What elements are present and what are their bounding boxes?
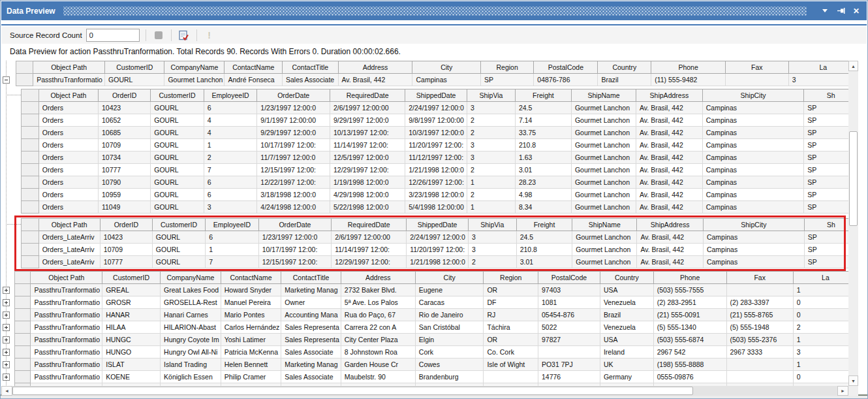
column-header[interactable]: Object Path <box>39 89 98 102</box>
cell[interactable]: 10/17/1997 12:00: <box>257 139 330 152</box>
cell[interactable]: 2967 3333 <box>726 346 793 359</box>
cell[interactable]: Brazil <box>598 74 651 86</box>
row-header-cell[interactable] <box>15 321 31 334</box>
cell[interactable]: Campinas <box>702 152 804 164</box>
cell[interactable]: Orders <box>39 102 98 114</box>
cell[interactable]: PO31 7PJ <box>538 359 600 371</box>
cell[interactable]: 2/24/1997 12:00:0 <box>405 102 467 114</box>
column-header[interactable]: ShipAddress <box>637 219 703 231</box>
cell[interactable]: USA <box>600 284 653 296</box>
column-header[interactable]: City <box>412 61 480 74</box>
cell[interactable]: 7 <box>204 164 257 176</box>
column-header[interactable]: Region <box>484 272 538 284</box>
row-header-cell[interactable] <box>22 201 39 214</box>
cell[interactable]: 12/22/1997 12:00: <box>257 176 330 189</box>
column-header[interactable]: Country <box>600 272 653 284</box>
cell[interactable]: GOURL <box>151 102 204 114</box>
cell[interactable]: 12/29/1997 12:00: <box>332 256 407 268</box>
cell[interactable]: Orders <box>39 114 98 127</box>
cell[interactable]: 3.01 <box>516 256 572 268</box>
cell[interactable]: 7 <box>206 256 258 268</box>
column-header[interactable]: Object Path <box>33 61 105 74</box>
column-header[interactable]: CustomerID <box>105 61 164 74</box>
cell[interactable]: 10709 <box>100 244 152 256</box>
table-row[interactable]: Orders11049GOURL34/24/1998 12:00:05/22/1… <box>22 201 858 214</box>
cell[interactable]: Gourmet Lanchon <box>572 231 637 244</box>
cell[interactable]: GOURL <box>151 164 204 176</box>
row-header-cell[interactable] <box>22 152 39 164</box>
cell[interactable]: Gourmet Lanchon <box>572 256 637 268</box>
cell[interactable]: Av. Brasil, 442 <box>637 256 703 268</box>
cell[interactable]: Gourmet Lanchon <box>572 244 637 256</box>
column-header[interactable]: Country <box>598 61 651 74</box>
cell[interactable]: Gourmet Lanchon <box>571 201 636 214</box>
cell[interactable]: 05454-876 <box>538 309 600 321</box>
table-row[interactable]: Orders10652GOURL49/1/1997 12:00:009/29/1… <box>22 114 858 127</box>
cell[interactable]: 1/21/1998 12:00:0 <box>407 256 469 268</box>
cell[interactable]: 2/24/1997 12:00:0 <box>407 231 469 244</box>
cell[interactable]: Marketing Manag <box>281 359 341 371</box>
cell[interactable]: Great Lakes Food <box>161 284 221 296</box>
cell[interactable]: PassthruTranformatio <box>31 321 102 334</box>
cell[interactable]: 12/29/1997 12:00: <box>330 164 405 176</box>
cell[interactable]: 3 <box>788 74 858 86</box>
cell[interactable]: 14776 <box>538 371 600 383</box>
cell[interactable]: 24.5 <box>516 231 572 244</box>
expand-icon[interactable] <box>3 324 10 331</box>
cell[interactable]: (503) 555-2376 <box>726 334 793 346</box>
cell[interactable]: San Cristóbal <box>415 321 484 334</box>
column-header[interactable]: RequiredDate <box>330 89 405 102</box>
column-header[interactable]: PostalCode <box>538 272 600 284</box>
cell[interactable]: (2) 283-3397 <box>726 296 793 309</box>
cell[interactable]: PassthruTranformatio <box>33 74 105 86</box>
cell[interactable]: André Fonseca <box>225 74 283 86</box>
row-header-cell[interactable] <box>22 189 39 201</box>
cell[interactable]: 6 <box>204 189 257 201</box>
vertical-scrollbar[interactable]: ▲ ▼ <box>848 61 858 386</box>
cell[interactable]: 1/19/1998 12:00:0 <box>330 176 405 189</box>
column-header[interactable]: CompanyName <box>161 272 221 284</box>
cell[interactable]: 2 <box>467 164 515 176</box>
cell[interactable]: Gourmet Lanchon <box>571 176 636 189</box>
cell[interactable]: 1 <box>467 201 515 214</box>
cell[interactable]: Av. Brasil, 442 <box>637 231 703 244</box>
column-header[interactable]: ContactTitle <box>283 61 338 74</box>
cell[interactable]: 210.8 <box>516 244 572 256</box>
cell[interactable]: Orders <box>39 164 98 176</box>
cell[interactable]: Accounting Mana <box>281 309 341 321</box>
cell[interactable]: Marketing Manag <box>281 284 341 296</box>
column-header[interactable]: ShipCity <box>703 219 804 231</box>
column-header[interactable]: ShippedDate <box>407 219 469 231</box>
expand-icon[interactable] <box>3 299 10 306</box>
cell[interactable]: 3 <box>204 201 257 214</box>
cell[interactable]: Orders <box>39 201 98 214</box>
cell[interactable]: Cork <box>415 346 484 359</box>
cell[interactable]: Orders <box>39 189 98 201</box>
cell[interactable]: Gourmet Lanchon <box>571 102 636 114</box>
row-header-cell[interactable] <box>15 371 31 383</box>
cell[interactable]: Campinas <box>412 74 480 86</box>
cell[interactable]: 5/4/1998 12:00:00 <box>405 201 467 214</box>
cell[interactable]: HUNGO <box>102 346 161 359</box>
column-header[interactable]: Fax <box>726 272 793 284</box>
table-row[interactable]: PassthruTranformatioHUNGOHungry Owl All-… <box>1 346 858 359</box>
cell[interactable]: Patricia McKenna <box>221 346 281 359</box>
cell[interactable]: 1.63 <box>515 152 571 164</box>
cell[interactable]: GOURL <box>152 244 205 256</box>
table-row[interactable]: Orders10959GOURL63/18/1998 12:00:04/29/1… <box>22 189 858 201</box>
cell[interactable]: 97403 <box>538 284 600 296</box>
expand-icon[interactable] <box>3 287 10 294</box>
table-row[interactable]: PassthruTranformatioISLATIsland TradingH… <box>1 359 858 371</box>
cell[interactable]: 3/23/1998 12:00:0 <box>405 189 467 201</box>
column-header[interactable]: City <box>415 272 484 284</box>
column-header[interactable]: CompanyName <box>164 61 225 74</box>
cell[interactable]: 0555-09876 <box>653 371 726 383</box>
cell[interactable]: 3 <box>468 231 516 244</box>
expand-icon[interactable] <box>3 349 10 356</box>
row-header-cell[interactable] <box>22 102 39 114</box>
cell[interactable]: Carlos Hernández <box>221 321 281 334</box>
cell[interactable]: 10652 <box>98 114 150 127</box>
cell[interactable]: Rio de Janeiro <box>415 309 484 321</box>
cell[interactable]: KOENE <box>102 371 161 383</box>
cell[interactable]: Philip Cramer <box>221 371 281 383</box>
